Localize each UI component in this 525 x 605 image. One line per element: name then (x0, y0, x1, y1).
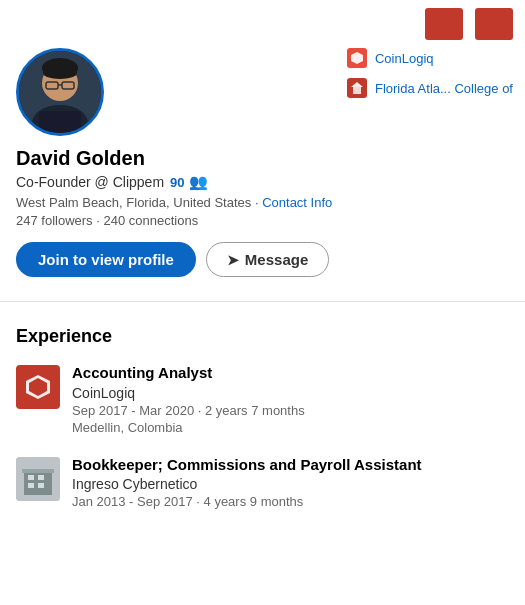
svg-rect-19 (28, 483, 34, 488)
join-button[interactable]: Join to view profile (16, 242, 196, 277)
avatar-image (19, 51, 101, 133)
ingreso-building-icon (16, 457, 60, 501)
svg-point-7 (43, 67, 77, 79)
company-row-coinlogiq: CoinLogiq (347, 48, 513, 68)
followers-count: 247 followers (16, 213, 93, 228)
actions-row: Join to view profile ➤ Message (16, 242, 509, 277)
exp-item-ingreso: Bookkeeper; Commissions and Payroll Assi… (16, 455, 509, 510)
send-icon: ➤ (227, 252, 239, 268)
coinlogiq-logo-icon (350, 51, 364, 65)
svg-rect-20 (38, 483, 44, 488)
location-text: West Palm Beach, Florida, United States (16, 195, 251, 210)
experience-title: Experience (16, 326, 509, 347)
exp-title-2: Bookkeeper; Commissions and Payroll Assi… (72, 455, 509, 475)
exp-item-coinlogiq: Accounting Analyst CoinLogiq Sep 2017 - … (16, 363, 509, 435)
headline-row: Co-Founder @ Clippem 90 👥 (16, 173, 509, 191)
svg-rect-18 (38, 475, 44, 480)
svg-rect-17 (28, 475, 34, 480)
company-row-fau: Florida Atla... College of (347, 78, 513, 98)
exp-details-ingreso: Bookkeeper; Commissions and Payroll Assi… (72, 455, 509, 510)
exp-company-1: CoinLogiq (72, 385, 509, 401)
svg-marker-2 (351, 82, 363, 87)
degree-icon: 90 (170, 175, 184, 190)
contact-info-link[interactable]: Contact Info (262, 195, 332, 210)
coinlogiq-exp-logo (16, 365, 60, 409)
svg-rect-16 (22, 469, 54, 473)
followers-row: 247 followers · 240 connections (16, 213, 509, 228)
coinlogiq-hex-icon (24, 373, 52, 401)
exp-details-coinlogiq: Accounting Analyst CoinLogiq Sep 2017 - … (72, 363, 509, 435)
people-icon: 👥 (189, 173, 208, 191)
top-banners (0, 0, 525, 48)
avatar-svg (19, 51, 101, 133)
ingreso-exp-logo (16, 457, 60, 501)
name-row: David Golden (16, 146, 509, 170)
svg-marker-0 (351, 52, 363, 64)
exp-location-1: Medellin, Colombia (72, 420, 509, 435)
svg-rect-11 (39, 111, 81, 133)
location-row: West Palm Beach, Florida, United States … (16, 195, 509, 210)
exp-title-1: Accounting Analyst (72, 363, 509, 383)
banner-2 (475, 8, 513, 40)
right-companies: CoinLogiq Florida Atla... College of (347, 48, 513, 98)
avatar (16, 48, 104, 136)
connection-icons: 90 👥 (170, 173, 207, 191)
headline-text: Co-Founder @ Clippem (16, 174, 164, 190)
fau-icon (347, 78, 367, 98)
banner-1 (425, 8, 463, 40)
fau-link[interactable]: Florida Atla... College of (375, 81, 513, 96)
section-divider (0, 301, 525, 302)
profile-name: David Golden (16, 146, 145, 170)
message-button[interactable]: ➤ Message (206, 242, 329, 277)
exp-company-2: Ingreso Cybernetico (72, 476, 509, 492)
coinlogiq-icon (347, 48, 367, 68)
connections-count: 240 connections (103, 213, 198, 228)
exp-duration-1: Sep 2017 - Mar 2020 · 2 years 7 months (72, 403, 509, 418)
fau-logo-icon (350, 81, 364, 95)
exp-duration-2: Jan 2013 - Sep 2017 · 4 years 9 months (72, 494, 509, 509)
message-label: Message (245, 251, 308, 268)
experience-section: Experience Accounting Analyst CoinLogiq … (0, 310, 525, 509)
svg-rect-1 (353, 87, 361, 94)
profile-section: CoinLogiq Florida Atla... College of (0, 48, 525, 293)
coinlogiq-link[interactable]: CoinLogiq (375, 51, 434, 66)
